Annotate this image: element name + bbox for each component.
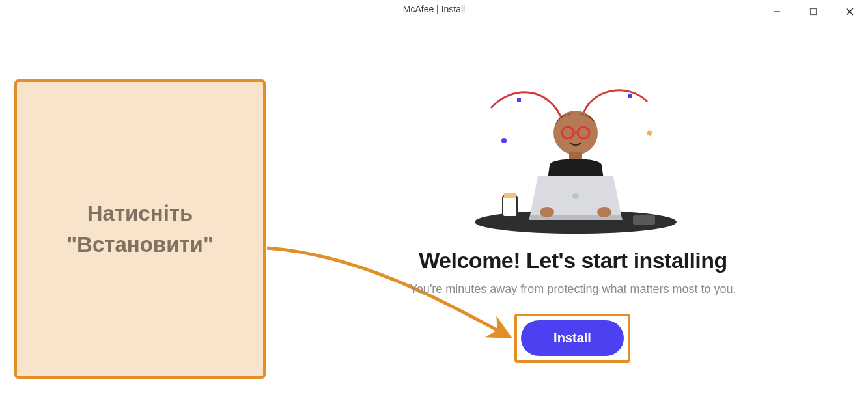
svg-point-19 (597, 207, 611, 217)
svg-rect-9 (503, 196, 517, 217)
window-title: McAfee | Install (403, 4, 465, 14)
svg-rect-7 (628, 94, 632, 98)
svg-point-18 (540, 207, 554, 217)
welcome-illustration (452, 82, 699, 235)
svg-point-4 (501, 138, 507, 143)
maximize-button[interactable] (795, 0, 832, 23)
close-icon (845, 7, 854, 16)
svg-rect-1 (811, 9, 817, 15)
svg-rect-11 (633, 215, 655, 225)
svg-rect-5 (647, 130, 652, 136)
maximize-icon (809, 8, 817, 16)
welcome-subheading: You're minutes away from protecting what… (339, 282, 807, 296)
minimize-icon (773, 8, 781, 16)
svg-point-17 (572, 193, 579, 199)
svg-rect-10 (504, 193, 516, 198)
content-area: Натисніть "Встановити" (0, 23, 868, 397)
annotation-text: Натисніть "Встановити" (30, 198, 250, 260)
title-bar: McAfee | Install (0, 0, 868, 23)
install-button[interactable]: Install (521, 320, 624, 356)
close-button[interactable] (832, 0, 868, 23)
window-controls (759, 0, 868, 23)
annotation-callout: Натисніть "Встановити" (14, 79, 266, 379)
welcome-heading: Welcome! Let's start installing (339, 248, 807, 273)
install-highlight: Install (514, 314, 630, 363)
person-laptop-icon (452, 82, 699, 235)
svg-rect-6 (517, 98, 521, 102)
minimize-button[interactable] (759, 0, 795, 23)
annotation-arrow (266, 225, 526, 368)
